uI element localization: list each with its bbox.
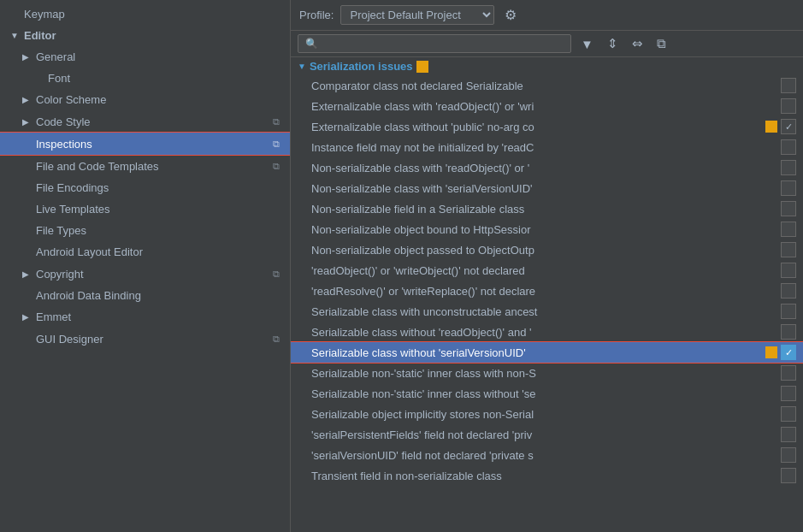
inspection-item[interactable]: Transient field in non-serializable clas… (291, 465, 803, 486)
inspection-checkbox[interactable] (781, 242, 796, 257)
sidebar-item-label: Inspections (36, 138, 269, 151)
sidebar-item-gui-designer[interactable]: GUI Designer ⧉ (0, 328, 290, 350)
inspection-item-active[interactable]: Serializable class without 'serialVersio… (291, 342, 803, 363)
inspection-item[interactable]: Non-serializable object passed to Object… (291, 239, 803, 260)
sidebar-item-file-code-templates[interactable]: File and Code Templates ⧉ (0, 155, 290, 177)
inspection-item-text: 'readResolve()' or 'writeReplace()' not … (311, 285, 777, 298)
sidebar-item-label: File Types (36, 224, 283, 237)
inspection-checkbox[interactable] (781, 98, 796, 114)
inspection-item[interactable]: 'readObject()' or 'writeObject()' not de… (291, 260, 803, 281)
inspection-checkbox[interactable] (781, 345, 796, 360)
gear-button[interactable]: ⚙ (501, 5, 520, 25)
inspection-item[interactable]: Serializable object implicitly stores no… (291, 404, 803, 424)
sidebar-item-general[interactable]: ▶ General (0, 46, 290, 68)
profile-select[interactable]: Project Default Project (340, 5, 494, 25)
sidebar-item-label: Code Style (36, 115, 269, 128)
inspection-checkbox[interactable] (781, 365, 796, 381)
copy-icon: ⧉ (269, 115, 283, 128)
inspection-item[interactable]: Instance field may not be initialized by… (291, 137, 803, 157)
inspection-item[interactable]: Comparator class not declared Serializab… (291, 75, 803, 96)
inspection-item-text: Serializable object implicitly stores no… (311, 408, 777, 421)
sidebar-item-editor[interactable]: ▼ Editor (0, 25, 290, 46)
inspection-checkbox[interactable] (781, 468, 796, 483)
copy-button[interactable]: ⧉ (652, 34, 670, 53)
inspection-checkbox[interactable] (781, 283, 796, 299)
inspection-item[interactable]: 'serialVersionUID' field not declared 'p… (291, 445, 803, 465)
inspection-item[interactable]: Non-serializable class with 'readObject(… (291, 157, 803, 178)
sidebar-item-label: File and Code Templates (36, 160, 269, 173)
inspection-item-text: Externalizable class with 'readObject()'… (311, 100, 777, 113)
inspection-checkbox[interactable] (781, 263, 796, 278)
inspection-item-text: Serializable non-'static' inner class wi… (311, 387, 777, 400)
inspection-checkbox[interactable] (781, 386, 796, 401)
inspection-checkbox[interactable] (781, 78, 796, 93)
inspection-checkbox[interactable] (781, 119, 796, 134)
inspection-item[interactable]: Non-serializable class with 'serialVersi… (291, 178, 803, 198)
inspection-item[interactable]: Serializable non-'static' inner class wi… (291, 363, 803, 383)
inspection-checkbox[interactable] (781, 160, 796, 175)
sidebar-item-android-data-binding[interactable]: Android Data Binding (0, 285, 290, 306)
sidebar-item-code-style[interactable]: ▶ Code Style ⧉ (0, 110, 290, 133)
sidebar-item-label: General (36, 50, 283, 63)
sidebar-item-copyright[interactable]: ▶ Copyright ⧉ (0, 263, 290, 285)
inspection-item-text: 'readObject()' or 'writeObject()' not de… (311, 264, 777, 277)
sidebar-item-file-types[interactable]: File Types (0, 220, 290, 241)
inspection-item-text: Serializable non-'static' inner class wi… (311, 367, 777, 380)
search-input[interactable] (298, 34, 571, 53)
group-header-label: Serialization issues (310, 60, 413, 73)
inspection-checkbox[interactable] (781, 222, 796, 237)
copy-icon: ⧉ (269, 137, 283, 151)
group-arrow-icon: ▼ (298, 62, 306, 71)
inspection-item[interactable]: Externalizable class with 'readObject()'… (291, 96, 803, 116)
inspection-item-text: Serializable class without 'readObject()… (311, 326, 777, 339)
inspection-item[interactable]: Non-serializable object bound to HttpSes… (291, 219, 803, 239)
inspection-checkbox[interactable] (781, 427, 796, 442)
inspection-item-text: Non-serializable object bound to HttpSes… (311, 223, 777, 236)
sidebar-item-label: Copyright (36, 268, 269, 281)
collapse-button[interactable]: ⇔ (628, 34, 647, 53)
inspection-checkbox[interactable] (781, 304, 796, 319)
inspection-item[interactable]: Serializable class without 'readObject()… (291, 322, 803, 342)
sidebar-item-label: Live Templates (36, 203, 283, 216)
inspection-item-text: Non-serializable object passed to Object… (311, 244, 777, 257)
right-panel: Profile: Project Default Project ⚙ ▼ ⇕ ⇔… (291, 0, 803, 532)
inspection-item[interactable]: Externalizable class without 'public' no… (291, 116, 803, 137)
sidebar-item-emmet[interactable]: ▶ Emmet (0, 306, 290, 328)
inspection-item-text: 'serialVersionUID' field not declared 'p… (311, 449, 777, 462)
inspection-item-text: Transient field in non-serializable clas… (311, 470, 777, 482)
main-layout: Keymap ▼ Editor ▶ General Font ▶ Color S… (0, 0, 803, 532)
inspection-checkbox[interactable] (781, 139, 796, 155)
color-indicator (765, 121, 777, 133)
inspection-item[interactable]: Serializable class with unconstructable … (291, 301, 803, 322)
arrow-icon: ▶ (22, 312, 34, 322)
sidebar-item-font[interactable]: Font (0, 68, 290, 89)
sidebar-item-file-encodings[interactable]: File Encodings (0, 177, 290, 198)
sidebar-item-label: Editor (24, 29, 283, 42)
arrow-icon: ▶ (22, 52, 34, 62)
arrow-icon: ▶ (22, 117, 34, 127)
inspection-checkbox[interactable] (781, 324, 796, 340)
inspection-checkbox[interactable] (781, 406, 796, 422)
sidebar-item-keymap[interactable]: Keymap (0, 3, 290, 25)
inspection-group-header[interactable]: ▼ Serialization issues (291, 57, 803, 75)
sidebar-item-inspections[interactable]: Inspections ⧉ (0, 133, 290, 155)
copy-icon: ⧉ (269, 332, 283, 346)
inspection-item[interactable]: 'readResolve()' or 'writeReplace()' not … (291, 281, 803, 301)
inspection-item[interactable]: Non-serializable field in a Serializable… (291, 198, 803, 219)
expand-button[interactable]: ⇕ (603, 34, 623, 53)
sidebar: Keymap ▼ Editor ▶ General Font ▶ Color S… (0, 0, 291, 532)
sidebar-item-label: Font (48, 72, 283, 85)
sidebar-item-color-scheme[interactable]: ▶ Color Scheme (0, 89, 290, 110)
sidebar-item-label: Keymap (24, 8, 283, 21)
sidebar-item-live-templates[interactable]: Live Templates (0, 198, 290, 220)
inspection-item-text: 'serialPersistentFields' field not decla… (311, 429, 777, 441)
sidebar-item-android-layout-editor[interactable]: Android Layout Editor (0, 241, 290, 263)
inspection-item[interactable]: Serializable non-'static' inner class wi… (291, 383, 803, 404)
filter-button[interactable]: ▼ (576, 35, 598, 53)
copy-icon: ⧉ (269, 159, 283, 173)
inspection-item[interactable]: 'serialPersistentFields' field not decla… (291, 424, 803, 445)
inspection-checkbox[interactable] (781, 201, 796, 216)
inspection-checkbox[interactable] (781, 447, 796, 463)
inspection-checkbox[interactable] (781, 180, 796, 196)
inspection-item-text: Comparator class not declared Serializab… (311, 80, 777, 92)
